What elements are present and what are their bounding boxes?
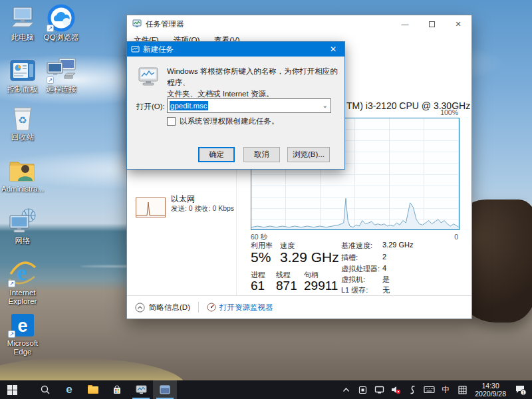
- open-resource-monitor-link[interactable]: 打开资源监视器: [207, 303, 273, 313]
- ok-button[interactable]: 确定: [198, 147, 235, 162]
- taskbar-active-window-button[interactable]: [153, 380, 177, 399]
- maximize-button[interactable]: [418, 15, 445, 33]
- desktop-icon-recycle-bin[interactable]: ♻ 回收站: [1, 104, 44, 142]
- shortcut-arrow-badge: ↗: [8, 331, 15, 338]
- active-window-icon: [160, 385, 170, 394]
- l1-cache-value: 无: [382, 285, 390, 295]
- taskbar-file-explorer-button[interactable]: [81, 380, 105, 399]
- taskbar-store-button[interactable]: [105, 380, 129, 399]
- clock-time: 14:30: [475, 382, 506, 390]
- admin-privileges-checkbox[interactable]: [167, 117, 176, 126]
- file-explorer-icon: [88, 386, 98, 394]
- run-dialog-icon: [138, 67, 160, 90]
- ethernet-mini-graph: [136, 198, 166, 217]
- desktop-icon-label: 回收站: [1, 133, 44, 142]
- virtual-processors-label: 虚拟处理器:: [341, 264, 380, 274]
- admin-privileges-row[interactable]: 以系统管理权限创建此任务。: [167, 116, 279, 126]
- footer-separator: [198, 302, 199, 313]
- search-button[interactable]: [33, 380, 57, 399]
- desktop-icon-label: Internet Explorer: [1, 289, 44, 306]
- dialog-close-button[interactable]: ✕: [322, 42, 344, 57]
- desktop-icon-user-folder[interactable]: Administra...: [1, 156, 44, 194]
- task-manager-app-icon: [132, 19, 142, 29]
- recycle-bin-icon: ♻: [1, 104, 44, 132]
- desktop-icon-label: Administra...: [1, 185, 44, 194]
- internet-explorer-icon: e ↗: [1, 259, 44, 287]
- taskbar-task-manager-button[interactable]: [129, 380, 153, 399]
- minimize-button[interactable]: —: [392, 15, 418, 33]
- cancel-button[interactable]: 取消: [243, 147, 280, 162]
- search-icon: [40, 384, 51, 395]
- desktop-icon-label: 网络: [1, 237, 44, 245]
- windows-logo-icon: [7, 385, 17, 395]
- qq-browser-icon: ↗: [40, 4, 82, 32]
- system-tray: 中 14:30 2020/9/28 1: [339, 380, 529, 399]
- ime-text: 中: [442, 384, 450, 396]
- desktop-icon-label: Microsoft Edge: [1, 339, 44, 356]
- touch-keyboard-icon[interactable]: [422, 380, 436, 399]
- desktop-icon-this-pc[interactable]: 此电脑: [1, 4, 44, 42]
- ime-language-indicator[interactable]: 中: [439, 380, 452, 399]
- volume-muted-icon[interactable]: [389, 380, 402, 399]
- network-status-icon[interactable]: [372, 380, 386, 399]
- taskbar-edge-button[interactable]: e: [57, 380, 81, 399]
- remote-connection-icon: ↗: [40, 56, 82, 84]
- clock-date: 2020/9/28: [475, 390, 506, 398]
- resource-monitor-label: 打开资源监视器: [219, 303, 273, 313]
- window-title: 任务管理器: [146, 19, 184, 29]
- edge-icon: e: [66, 383, 72, 396]
- resource-monitor-icon: [207, 303, 216, 312]
- browse-button[interactable]: 浏览(B)...: [287, 147, 330, 162]
- svg-text:♻: ♻: [18, 114, 27, 126]
- taskbar: e: [0, 380, 532, 399]
- close-button[interactable]: ✕: [445, 15, 471, 33]
- dialog-message-line1: Windows 将根据你所键入的名称，为你打开相应的程序、: [167, 66, 344, 88]
- shortcut-arrow-badge: ↗: [8, 280, 15, 287]
- desktop-icon-control-panel[interactable]: 控制面板: [1, 56, 44, 94]
- desktop-icon-remote[interactable]: ↗ 远程连接: [40, 56, 82, 94]
- virtual-machine-label: 虚拟机:: [341, 275, 365, 285]
- screen: 此电脑 ↗ QQ浏览器 控制面板: [0, 0, 532, 399]
- desktop-icon-label: 此电脑: [1, 33, 44, 42]
- open-command-input[interactable]: gpedit.msc ⌄: [167, 98, 331, 113]
- ethernet-label: 以太网: [171, 194, 195, 205]
- desktop-icon-label: 远程连接: [40, 85, 82, 94]
- ime-mode-grid-icon[interactable]: [456, 380, 469, 399]
- usage-value: 5%: [251, 249, 271, 265]
- x-axis-right-label: 0: [454, 233, 458, 241]
- handles-value: 29911: [304, 279, 338, 293]
- dialog-titlebar[interactable]: 新建任务 ✕: [127, 42, 344, 57]
- microsoft-edge-icon: e ↗: [1, 310, 44, 338]
- taskbar-clock[interactable]: 14:30 2020/9/28: [472, 382, 509, 398]
- start-button[interactable]: [0, 380, 24, 399]
- action-center-button[interactable]: 1: [512, 380, 529, 399]
- input-tool-hook-icon[interactable]: [406, 380, 419, 399]
- processes-value: 61: [251, 279, 265, 293]
- desktop-icon-label: 控制面板: [1, 85, 44, 94]
- open-command-value: gpedit.msc: [170, 101, 208, 110]
- task-manager-footer: 简略信息(D) 打开资源监视器: [127, 295, 471, 319]
- combo-dropdown-icon[interactable]: ⌄: [323, 102, 328, 109]
- shortcut-arrow-badge: ↗: [47, 25, 54, 32]
- control-panel-icon: [1, 56, 44, 84]
- virtual-machine-value: 是: [382, 275, 390, 285]
- l1-cache-label: L1 缓存:: [341, 285, 368, 295]
- svg-text:e: e: [17, 316, 27, 336]
- hidden-icons-chevron[interactable]: [339, 380, 352, 399]
- desktop-icon-network[interactable]: 网络: [1, 207, 44, 245]
- open-field-label: 打开(O):: [136, 102, 165, 112]
- base-speed-label: 基准速度:: [341, 241, 372, 251]
- speed-value: 3.29 GHz: [280, 249, 339, 265]
- fewer-details-toggle[interactable]: 简略信息(D): [135, 303, 190, 313]
- desktop-icon-microsoft-edge[interactable]: e ↗ Microsoft Edge: [1, 310, 44, 356]
- task-manager-titlebar[interactable]: 任务管理器 — ✕: [127, 15, 471, 33]
- desktop-icon-internet-explorer[interactable]: e ↗ Internet Explorer: [1, 259, 44, 306]
- chevron-up-circle-icon: [135, 303, 145, 313]
- sockets-label: 插槽:: [341, 253, 358, 263]
- sockets-value: 2: [382, 253, 386, 261]
- dialog-title: 新建任务: [143, 45, 322, 55]
- desktop-icon-qq-browser[interactable]: ↗ QQ浏览器: [40, 4, 82, 42]
- tray-app-icon[interactable]: [356, 380, 369, 399]
- notification-badge: 1: [522, 390, 525, 394]
- shortcut-arrow-badge: ↗: [47, 76, 54, 84]
